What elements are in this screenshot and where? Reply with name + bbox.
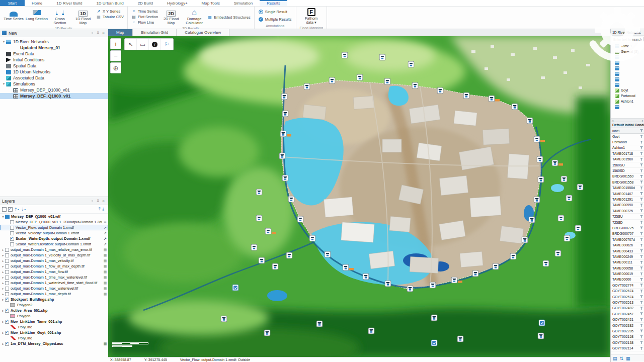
ic-row-goyt[interactable]: Goyt (611, 134, 644, 139)
layer-group-icon[interactable]: ⇣• (21, 207, 26, 212)
ribbon-tab-results[interactable]: Results (260, 0, 287, 6)
ic-row-tame000019[interactable]: TAME000019 (611, 271, 644, 277)
tree-item-associated-data[interactable]: Associated Data (0, 75, 108, 81)
node-marker[interactable] (431, 315, 437, 321)
node-marker[interactable] (379, 54, 385, 60)
layer-output-max-domain-1-max-relative-max-error-tif[interactable]: ▸output_max-Domain 1_max_relative_max_er… (0, 247, 108, 252)
layer-polygon[interactable]: Polygon (0, 313, 108, 319)
ic-row-goyt002513[interactable]: GOYT002513 (611, 300, 644, 305)
damage-calculator-button[interactable]: Damage Calculator (183, 7, 206, 26)
row-filter-icon[interactable] (640, 312, 643, 315)
layer-output-max-domain-1-waterlevel-time-start-flood-tif[interactable]: ▸output_max-Domain 1_waterlevel_time_sta… (0, 280, 108, 286)
ic-row-725su[interactable]: 725SU (611, 214, 644, 219)
move-layer-down-icon[interactable]: ⤓ (102, 207, 104, 212)
layer-visibility-checkbox[interactable] (10, 242, 14, 246)
pan-button[interactable]: ⊕ (110, 62, 121, 73)
ic-row-brdg001560[interactable]: BRDG001560 (611, 174, 644, 179)
ic-row-goyt002482[interactable]: GOYT002482 (611, 306, 644, 311)
ic-edit-icon[interactable]: ▤ (613, 356, 617, 361)
node-marker[interactable] (288, 196, 294, 202)
time-series-2d-button[interactable]: Time Series (130, 9, 159, 14)
tree-item-updated-mersey-01[interactable]: Updated Mersey_01 (0, 45, 108, 51)
tree-item-initial-conditions[interactable]: Initial Conditions (0, 57, 108, 63)
layer-visibility-checkbox[interactable] (5, 281, 9, 285)
layer-visibility-checkbox[interactable] (10, 220, 14, 224)
node-marker[interactable] (412, 82, 418, 88)
single-result-option[interactable]: Single Result (257, 8, 289, 16)
expander-icon[interactable]: ▾ (2, 82, 6, 86)
structure-marker[interactable] (431, 340, 437, 346)
node-marker[interactable] (264, 330, 270, 336)
ic-row-tame001407[interactable]: TAME001407 (611, 191, 644, 197)
row-filter-icon[interactable] (640, 244, 643, 247)
river-node[interactable] (611, 82, 644, 87)
long-section-1d-button[interactable]: Long Section (25, 7, 48, 22)
node-marker[interactable] (489, 96, 495, 102)
ic-grid-icon[interactable]: ▦ (626, 356, 630, 361)
cross-section-1d-button[interactable]: Cross Section (48, 7, 71, 26)
row-filter-icon[interactable] (640, 198, 643, 201)
row-filter-icon[interactable] (640, 221, 643, 224)
row-filter-icon[interactable] (640, 226, 643, 229)
ic-row-portwood[interactable]: Portwood (611, 139, 644, 145)
node-marker[interactable] (251, 244, 257, 250)
flow-line-2d-button[interactable]: Flow Line (130, 20, 159, 25)
row-filter-icon[interactable] (640, 290, 643, 293)
row-filter-icon[interactable] (640, 192, 643, 195)
river-node[interactable] (611, 54, 644, 60)
layer-output-max-domain-1-max-velocity-tif[interactable]: ▸output_max-Domain 1_max_velocity.tif (0, 258, 108, 263)
layers-panel-restore-icon[interactable]: ▫ (90, 199, 95, 203)
tabular-csv-button[interactable]: Tabular CSV (95, 14, 125, 20)
row-filter-icon[interactable] (640, 238, 643, 241)
node-marker[interactable] (325, 251, 331, 257)
node-marker[interactable] (437, 87, 443, 94)
ic-row-goyt002574[interactable]: GOYT002574 (611, 294, 644, 300)
layer-visibility-checkbox[interactable] (5, 292, 9, 296)
river-node[interactable] (611, 71, 644, 76)
ic-row-tame000626[interactable]: TAME000626 (611, 242, 644, 248)
map-canvas[interactable]: + − ⊕ ↖ ▭ i ⚐ (108, 36, 610, 357)
layer-visibility-checkbox[interactable] (5, 287, 9, 291)
ic-sort-icon[interactable]: ⇅ (620, 356, 624, 361)
ribbon-tab-1d-river-build[interactable]: 1D River Build (49, 0, 89, 6)
row-filter-icon[interactable] (640, 324, 643, 327)
node-marker[interactable] (286, 252, 292, 258)
river-node[interactable] (611, 104, 644, 110)
expander-icon[interactable]: ▾ (2, 40, 6, 44)
layers-panel-pin-icon[interactable]: ⇩ (95, 199, 101, 203)
node-marker[interactable] (472, 270, 478, 277)
node-marker[interactable] (256, 189, 262, 195)
ribbon-tab-home[interactable]: Home (25, 0, 49, 6)
node-marker[interactable] (537, 156, 543, 162)
layer-visibility-checkbox[interactable] (5, 253, 9, 257)
row-filter-icon[interactable] (640, 301, 643, 304)
node-marker[interactable] (408, 61, 414, 67)
layer-visibility-checkbox[interactable] (5, 309, 9, 313)
tree-item-spatial-data[interactable]: Spatial Data (0, 63, 108, 69)
ribbon-tab-map-tools[interactable]: Map Tools (195, 0, 227, 6)
row-filter-icon[interactable] (640, 335, 643, 338)
row-filter-icon[interactable] (640, 273, 643, 276)
node-marker[interactable] (522, 237, 528, 243)
node-marker[interactable] (385, 281, 391, 287)
row-filter-icon[interactable] (640, 278, 643, 281)
ic-row-goyt002421[interactable]: GOYT002421 (611, 317, 644, 323)
node-marker[interactable] (279, 153, 285, 159)
ic-row-goyt002114[interactable]: GOYT002114 (611, 345, 644, 351)
tree-item-mersey-dep-q1000-v01[interactable]: Mersey_DEP_Q1000_v01 (0, 87, 108, 93)
ic-row-tame001718[interactable]: TAME001718 (611, 151, 644, 156)
layer-visibility-checkbox[interactable] (5, 331, 9, 335)
ic-row-725sd[interactable]: 725SD (611, 220, 644, 225)
ic-row-tame001291[interactable]: TAME001291 (611, 197, 644, 202)
node-marker[interactable] (282, 175, 288, 181)
layer-scalar-waterdepth-output-domain-1-xmdf[interactable]: Scalar_WaterDepth: output-Domain 1.xmdf (0, 236, 108, 241)
node-marker[interactable] (256, 215, 262, 221)
row-filter-icon[interactable] (640, 232, 643, 235)
node-marker[interactable] (529, 217, 535, 223)
new-panel-pin-icon[interactable]: ⇩ (95, 31, 101, 35)
layer-visibility-checkbox[interactable] (10, 226, 14, 230)
new-panel-restore-icon[interactable]: ▫ (90, 31, 95, 35)
node-marker[interactable] (363, 274, 369, 280)
ribbon-tab-2d-build[interactable]: 2D Build (131, 0, 160, 6)
ic-row-brdg000707[interactable]: BRDG000707 (611, 231, 644, 237)
